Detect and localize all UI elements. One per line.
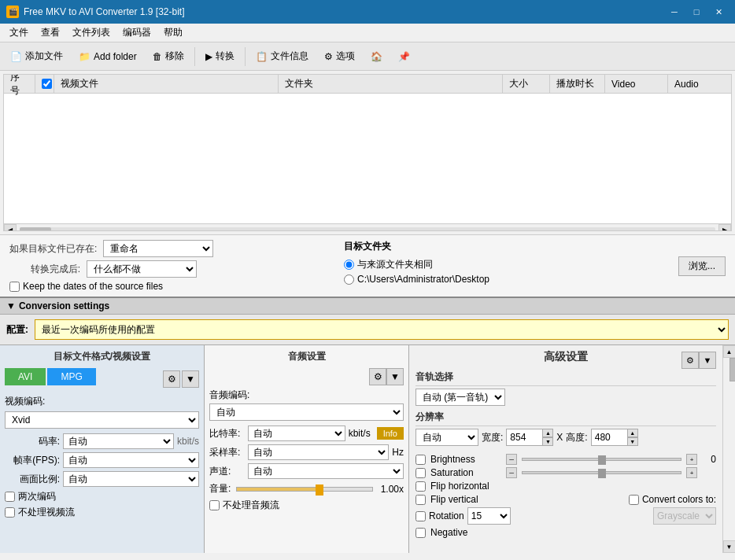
fps-select[interactable]: 自动 — [63, 452, 199, 468]
video-codec-select[interactable]: Xvid — [5, 411, 199, 429]
saturation-checkbox[interactable] — [416, 468, 426, 478]
file-info-button[interactable]: 📋 文件信息 — [249, 46, 316, 67]
add-folder-label: Add folder — [94, 51, 137, 62]
audio-panel-title: 音频设置 — [209, 350, 404, 363]
convert-label: 转换 — [216, 50, 235, 63]
video-panel: 目标文件格式/视频设置 AVI MPG ⚙ ▼ 视频编码: Xvid 码率: 自… — [0, 345, 205, 553]
home-button[interactable]: 🏠 — [364, 47, 390, 66]
audio-bitrate-select[interactable]: 自动 — [248, 426, 345, 441]
fps-label: 帧率(FPS): — [5, 454, 60, 467]
menu-filelist[interactable]: 文件列表 — [66, 24, 116, 41]
samplerate-select[interactable]: 自动 — [248, 444, 389, 460]
audio-track-select[interactable]: 自动 (第一音轨) — [416, 389, 505, 406]
rotation-checkbox[interactable] — [416, 511, 426, 521]
negative-label: Negative — [430, 527, 467, 538]
brightness-thumb[interactable] — [598, 455, 606, 465]
height-down-button[interactable]: ▼ — [627, 437, 638, 446]
menu-help[interactable]: 帮助 — [157, 24, 189, 41]
menu-view[interactable]: 查看 — [35, 24, 66, 41]
audio-gear-button[interactable]: ⚙ — [369, 368, 386, 385]
aspect-select[interactable]: 自动 — [63, 471, 199, 487]
menu-encoder[interactable]: 编码器 — [116, 24, 157, 41]
video-dropdown-button[interactable]: ▼ — [182, 370, 199, 388]
horizontal-scrollbar[interactable]: ◀ ▶ — [4, 223, 731, 231]
col-folder: 文件夹 — [279, 75, 503, 93]
no-process-checkbox[interactable] — [5, 507, 15, 518]
remove-button[interactable]: 🗑 移除 — [146, 46, 191, 67]
brightness-label: Brightness — [430, 454, 501, 465]
pin-button[interactable]: 📌 — [391, 47, 417, 66]
channels-label: 声道: — [209, 465, 245, 478]
if-exists-row: 如果目标文件已存在: 重命名 — [9, 240, 320, 257]
convert-button[interactable]: ▶ 转换 — [198, 46, 242, 67]
brightness-checkbox[interactable] — [416, 455, 426, 465]
channels-row: 声道: 自动 — [209, 463, 404, 479]
select-all-checkbox[interactable] — [42, 79, 52, 89]
saturation-thumb[interactable] — [598, 469, 606, 478]
rotation-select[interactable]: 15 — [467, 507, 511, 525]
advanced-scrollbar[interactable]: ▲ ▼ — [722, 345, 735, 553]
add-file-button[interactable]: 📄 添加文件 — [3, 46, 70, 67]
aspect-row: 画面比例: 自动 — [5, 471, 199, 487]
brightness-minus-btn[interactable]: ─ — [506, 454, 517, 465]
volume-slider-track[interactable] — [236, 487, 373, 492]
add-folder-button[interactable]: 📁 Add folder — [72, 47, 144, 66]
advanced-gear-button[interactable]: ⚙ — [681, 352, 699, 369]
menubar: 文件 查看 文件列表 编码器 帮助 — [0, 24, 735, 42]
bitrate-row: 码率: 自动 kbit/s — [5, 433, 199, 449]
maximize-button[interactable]: □ — [686, 4, 707, 20]
audio-bitrate-row: 比特率: 自动 kbit/s Info — [209, 426, 404, 441]
audio-dropdown-button[interactable]: ▼ — [386, 368, 404, 385]
volume-slider-thumb[interactable] — [316, 484, 323, 496]
width-down-button[interactable]: ▼ — [542, 437, 553, 446]
config-area: 如果目标文件已存在: 重命名 转换完成后: 什么都不做 Keep the dat… — [0, 234, 735, 297]
volume-slider-container[interactable] — [236, 483, 373, 496]
menu-file[interactable]: 文件 — [3, 24, 35, 41]
rotation-grayscale-row: Rotation 15 Grayscale — [416, 507, 716, 525]
scroll-right-btn[interactable]: ▶ — [718, 224, 731, 232]
radio-custom[interactable] — [344, 274, 354, 285]
scroll-track[interactable] — [20, 227, 715, 232]
browse-button[interactable]: 浏览... — [678, 256, 726, 276]
profile-select[interactable]: 最近一次编码所使用的配置 — [35, 319, 729, 340]
height-spinner: ▲ ▼ — [591, 429, 638, 446]
minimize-button[interactable]: ─ — [664, 4, 685, 20]
video-gear-button[interactable]: ⚙ — [163, 370, 180, 388]
tab-mpg[interactable]: MPG — [47, 368, 95, 385]
close-button[interactable]: ✕ — [708, 4, 729, 20]
radio-same[interactable] — [344, 260, 354, 270]
flip-h-checkbox[interactable] — [416, 481, 426, 492]
scroll-down-button[interactable]: ▼ — [723, 540, 736, 553]
scroll-up-button[interactable]: ▲ — [723, 345, 736, 358]
channels-select[interactable]: 自动 — [248, 463, 404, 479]
info-button[interactable]: Info — [377, 427, 404, 440]
audio-codec-select[interactable]: 自动 — [209, 403, 404, 421]
bitrate-select[interactable]: 自动 — [63, 433, 174, 449]
saturation-plus-btn[interactable]: + — [686, 467, 697, 478]
height-up-button[interactable]: ▲ — [627, 429, 638, 437]
scroll-left-btn[interactable]: ◀ — [4, 224, 17, 232]
if-exists-select[interactable]: 重命名 — [103, 240, 213, 257]
advanced-dropdown-button[interactable]: ▼ — [699, 352, 716, 369]
two-pass-checkbox[interactable] — [5, 492, 15, 502]
options-button[interactable]: ⚙ 选项 — [317, 46, 362, 67]
negative-checkbox[interactable] — [416, 528, 426, 538]
width-up-button[interactable]: ▲ — [542, 429, 553, 437]
resolution-row: 自动 宽度: ▲ ▼ X 高度: ▲ ▼ — [416, 429, 716, 446]
tab-avi[interactable]: AVI — [5, 368, 46, 385]
after-convert-select[interactable]: 什么都不做 — [87, 260, 197, 278]
resolution-select[interactable]: 自动 — [416, 429, 478, 446]
no-audio-checkbox[interactable] — [209, 500, 220, 510]
col-duration: 播放时长 — [550, 75, 605, 93]
grayscale-select[interactable]: Grayscale — [653, 507, 716, 525]
brightness-plus-btn[interactable]: + — [686, 454, 697, 465]
convert-colors-checkbox[interactable] — [629, 495, 639, 505]
brightness-slider[interactable] — [522, 458, 681, 461]
flip-h-label: Flip horizontal — [430, 481, 489, 492]
scroll-thumb-v[interactable] — [729, 358, 736, 381]
saturation-minus-btn[interactable]: ─ — [506, 467, 517, 478]
keep-dates-checkbox[interactable] — [9, 282, 20, 292]
flip-v-checkbox[interactable] — [416, 495, 426, 505]
scroll-thumb[interactable] — [20, 227, 51, 232]
saturation-slider[interactable] — [522, 471, 681, 474]
